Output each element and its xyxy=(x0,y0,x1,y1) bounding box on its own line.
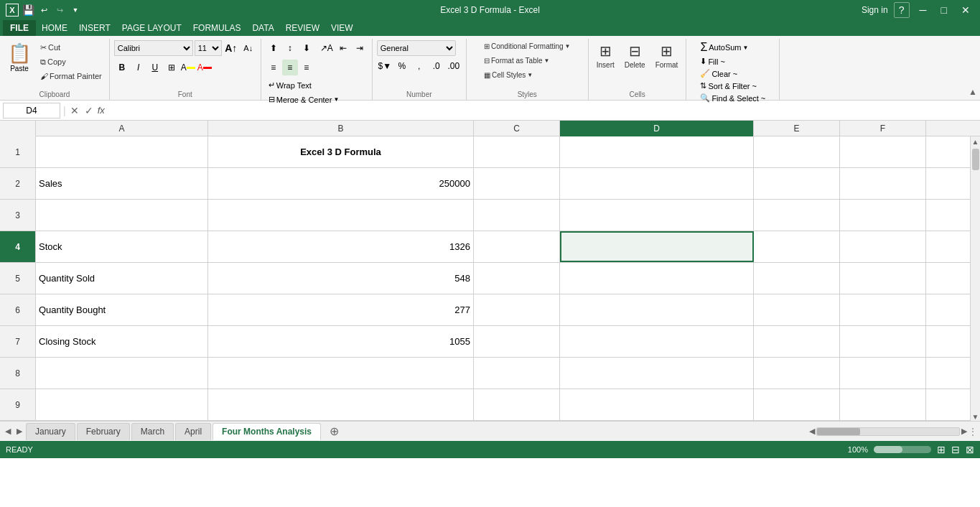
wrap-text-btn[interactable]: ↵ Wrap Text xyxy=(266,79,314,91)
cell-c1[interactable] xyxy=(474,136,560,167)
cell-b9[interactable] xyxy=(208,389,474,420)
cell-a7[interactable]: Closing Stock xyxy=(36,326,208,357)
delete-btn[interactable]: ⊟ Delete xyxy=(621,40,649,71)
confirm-btn[interactable]: ✓ xyxy=(83,105,95,116)
zoom-slider[interactable] xyxy=(874,446,931,453)
cell-b2[interactable]: 250000 xyxy=(208,168,474,199)
cell-b1[interactable]: Excel 3 D Formula xyxy=(208,136,474,167)
cell-c8[interactable] xyxy=(474,358,560,389)
cell-e3[interactable] xyxy=(754,200,840,231)
cell-e6[interactable] xyxy=(754,294,840,325)
cancel-btn[interactable]: ✕ xyxy=(69,105,80,116)
cell-e9[interactable] xyxy=(754,389,840,420)
cell-a9[interactable] xyxy=(36,389,208,420)
cell-d7[interactable] xyxy=(560,326,754,357)
align-bottom-btn[interactable]: ⬇ xyxy=(299,40,314,56)
bold-btn[interactable]: B xyxy=(114,60,130,75)
decrease-decimal-btn[interactable]: .0 xyxy=(429,58,444,74)
col-header-c[interactable]: C xyxy=(474,121,560,136)
increase-font-btn[interactable]: A↑ xyxy=(223,40,239,56)
format-as-table-btn[interactable]: ⊟ Format as Table ▼ xyxy=(480,55,553,67)
cell-c3[interactable] xyxy=(474,200,560,231)
cell-a6[interactable]: Quantity Bought xyxy=(36,294,208,325)
align-middle-btn[interactable]: ↕ xyxy=(282,40,298,56)
cell-a1[interactable] xyxy=(36,136,208,167)
cut-button[interactable]: ✂ Cut xyxy=(37,40,105,55)
scroll-down-btn[interactable]: ▼ xyxy=(972,413,979,421)
horiz-scroll-left[interactable]: ◀ xyxy=(809,427,815,436)
cell-d1[interactable] xyxy=(560,136,754,167)
cell-c6[interactable] xyxy=(474,294,560,325)
sheet-tab-january[interactable]: January xyxy=(26,423,75,440)
italic-btn[interactable]: I xyxy=(131,60,146,75)
cell-d2[interactable] xyxy=(560,168,754,199)
cell-d9[interactable] xyxy=(560,389,754,420)
cell-a2[interactable]: Sales xyxy=(36,168,208,199)
cell-f4[interactable] xyxy=(840,231,926,262)
copy-button[interactable]: ⧉ Copy xyxy=(37,55,105,69)
cell-styles-btn[interactable]: ▦ Cell Styles ▼ xyxy=(480,69,536,81)
scroll-thumb[interactable] xyxy=(972,149,979,170)
cell-f5[interactable] xyxy=(840,263,926,294)
cell-b4[interactable]: 1326 xyxy=(208,231,474,262)
format-btn[interactable]: ⊞ Format xyxy=(652,40,682,71)
row-header-8[interactable]: 8 xyxy=(0,358,35,389)
cell-c9[interactable] xyxy=(474,389,560,420)
clear-btn[interactable]: 🧹 Clear ~ xyxy=(699,68,739,79)
cell-b3[interactable] xyxy=(208,200,474,231)
conditional-formatting-btn[interactable]: ⊞ Conditional Formatting ▼ xyxy=(480,40,574,52)
vertical-scrollbar[interactable]: ▲ ▼ xyxy=(970,136,980,421)
cell-d8[interactable] xyxy=(560,358,754,389)
sign-in-link[interactable]: Sign in xyxy=(862,5,888,15)
paste-button[interactable]: 📋 Paste xyxy=(4,40,34,75)
col-header-b[interactable]: B xyxy=(208,121,474,136)
file-menu[interactable]: FILE xyxy=(3,20,36,36)
cell-c5[interactable] xyxy=(474,263,560,294)
cell-f1[interactable] xyxy=(840,136,926,167)
name-box[interactable] xyxy=(3,103,60,118)
currency-btn[interactable]: $▼ xyxy=(377,58,393,74)
formulas-menu[interactable]: FORMULAS xyxy=(187,20,247,36)
page-layout-menu[interactable]: PAGE LAYOUT xyxy=(116,20,187,36)
cell-f3[interactable] xyxy=(840,200,926,231)
autosum-btn[interactable]: Σ AutoSum ▼ xyxy=(699,40,750,55)
customize-qat[interactable]: ▼ xyxy=(69,4,82,17)
font-color-btn[interactable]: A xyxy=(197,60,213,75)
cell-b7[interactable]: 1055 xyxy=(208,326,474,357)
row-header-4[interactable]: 4 xyxy=(0,231,35,263)
undo-qat[interactable]: ↩ xyxy=(37,4,50,17)
cell-c2[interactable] xyxy=(474,168,560,199)
cell-d4[interactable] xyxy=(560,231,754,262)
restore-btn[interactable]: □ xyxy=(937,4,951,16)
col-header-e[interactable]: E xyxy=(754,121,840,136)
col-header-f[interactable]: F xyxy=(840,121,926,136)
cell-e4[interactable] xyxy=(754,231,840,262)
format-painter-button[interactable]: 🖌 Format Painter xyxy=(37,69,105,83)
number-format-select[interactable]: General Number Currency Percentage xyxy=(377,40,456,56)
increase-decimal-btn[interactable]: .00 xyxy=(446,58,462,74)
cell-a5[interactable]: Quantity Sold xyxy=(36,263,208,294)
help-btn[interactable]: ? xyxy=(894,2,910,18)
scroll-tabs-right[interactable]: ▶ xyxy=(14,425,24,437)
cell-e2[interactable] xyxy=(754,168,840,199)
formula-input[interactable] xyxy=(108,103,977,118)
insert-btn[interactable]: ⊞ Insert xyxy=(593,40,618,71)
comma-btn[interactable]: , xyxy=(411,58,427,74)
cell-b5[interactable]: 548 xyxy=(208,263,474,294)
view-menu[interactable]: VIEW xyxy=(325,20,359,36)
home-menu[interactable]: HOME xyxy=(36,20,73,36)
cell-d5[interactable] xyxy=(560,263,754,294)
row-header-7[interactable]: 7 xyxy=(0,326,35,358)
review-menu[interactable]: REVIEW xyxy=(280,20,325,36)
sheet-tab-march[interactable]: March xyxy=(131,423,174,440)
font-name-select[interactable]: Calibri xyxy=(114,40,193,56)
layout-page[interactable]: ⊠ xyxy=(966,444,974,455)
fill-btn[interactable]: ⬇ Fill ~ xyxy=(699,56,727,67)
ribbon-expand-btn[interactable]: ▲ xyxy=(969,87,977,97)
row-header-6[interactable]: 6 xyxy=(0,294,35,326)
indent-decrease-btn[interactable]: ⇤ xyxy=(335,40,351,56)
decrease-font-btn[interactable]: A↓ xyxy=(241,40,256,56)
cell-f9[interactable] xyxy=(840,389,926,420)
underline-btn[interactable]: U xyxy=(147,60,163,75)
minimize-btn[interactable]: ─ xyxy=(915,4,931,16)
